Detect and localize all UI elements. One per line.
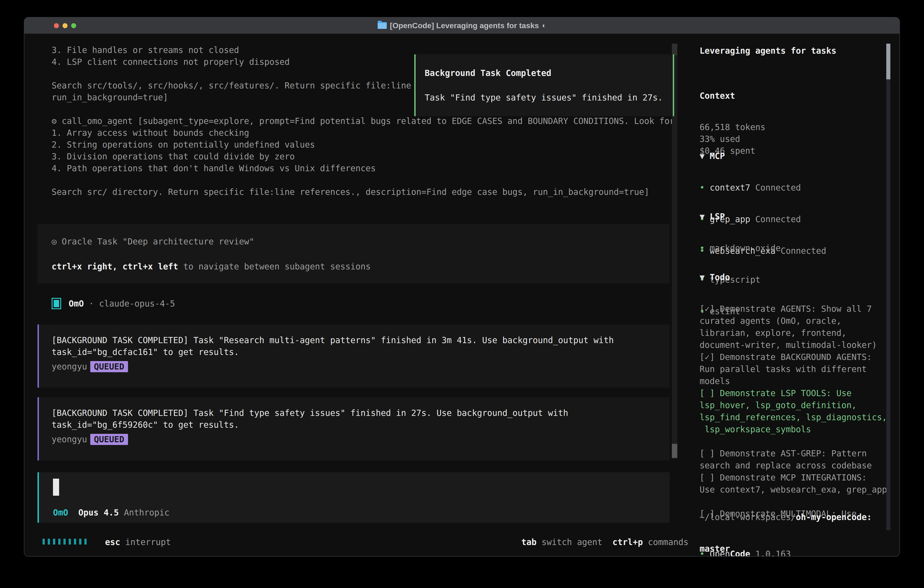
folder-icon <box>378 22 387 29</box>
todo-list: [✓] Demonstrate AGENTS: Show all 7curate… <box>700 303 887 520</box>
lsp-section-header[interactable]: ▼ LSP <box>700 211 780 223</box>
message-footer: yeongyuQUEUED <box>52 433 670 446</box>
background-task-toast[interactable]: Background Task Completed Task "Find typ… <box>414 55 674 116</box>
message-footer: yeongyuQUEUED <box>52 360 670 373</box>
shortcut-hints: tab switch agent ctrl+p commands <box>521 537 688 548</box>
agent-name-and-model: OmO · claude-opus-4-5 <box>69 299 175 309</box>
working-spinner <box>43 538 87 545</box>
subagent-navigation-hint: ctrl+x right, ctrl+x left to navigate be… <box>52 260 670 273</box>
context-header: Context <box>700 90 766 102</box>
sidebar-scrollbar-thumb[interactable] <box>886 44 890 79</box>
active-model-row: OmO Opus 4.5 Anthropic <box>53 507 169 519</box>
background-task-message-2: [BACKGROUND TASK COMPLETED] Task "Find t… <box>38 397 670 461</box>
agent-header-row: OmO · claude-opus-4-5 <box>52 297 175 311</box>
session-title: Leveraging agents for tasks <box>700 45 836 57</box>
prompt-input[interactable]: OmO Opus 4.5 Anthropic <box>38 472 670 523</box>
close-button[interactable] <box>54 23 59 28</box>
moon-icon: ◐ <box>542 21 546 29</box>
toast-body: Task "Find type safety issues" finished … <box>425 92 673 104</box>
toast-title: Background Task Completed <box>425 67 673 79</box>
app-version: • OpenCode 1.0.163 <box>700 548 791 557</box>
message-line: task_id="bg_dcfac161" to get results. <box>52 346 670 358</box>
interrupt-hint: esc interrupt <box>105 537 171 548</box>
opencode-terminal-window: [OpenCode] Leveraging agents for tasks ◐… <box>24 17 900 557</box>
oracle-task-title: ◎ Oracle Task "Deep architecture review" <box>52 235 670 248</box>
zoom-button[interactable] <box>71 23 76 28</box>
sidebar-scrollbar[interactable] <box>886 44 890 530</box>
tool-call-block: ⚙ call_omo_agent [subagent_type=explore,… <box>52 115 675 198</box>
window-title: [OpenCode] Leveraging agents for tasks <box>390 21 539 30</box>
todo-section-header[interactable]: ▼ Todo <box>700 271 887 283</box>
main-scrollbar-thumb-top[interactable] <box>672 44 677 56</box>
output-text-block: 3. File handles or streams not closed4. … <box>52 45 411 104</box>
message-line: [BACKGROUND TASK COMPLETED] Task "Resear… <box>52 334 670 346</box>
message-line: [BACKGROUND TASK COMPLETED] Task "Find t… <box>52 407 670 419</box>
main-scrollbar-thumb[interactable] <box>672 444 677 458</box>
message-line: task_id="bg_6f59260c" to get results. <box>52 419 670 431</box>
app-version-row: • OpenCode 1.0.163 <box>700 529 791 557</box>
window-titlebar[interactable]: [OpenCode] Leveraging agents for tasks ◐ <box>24 18 899 34</box>
mcp-section-header[interactable]: ▼ MCP <box>700 150 826 162</box>
text-cursor <box>53 479 59 496</box>
minimize-button[interactable] <box>63 23 68 28</box>
background-task-message-1: [BACKGROUND TASK COMPLETED] Task "Resear… <box>38 324 670 388</box>
workspace-path: ~/local-workspaces/oh-my-opencode: <box>700 511 872 523</box>
agent-checkbox-icon <box>52 298 61 309</box>
oracle-task-panel: ◎ Oracle Task "Deep architecture review"… <box>38 224 670 284</box>
